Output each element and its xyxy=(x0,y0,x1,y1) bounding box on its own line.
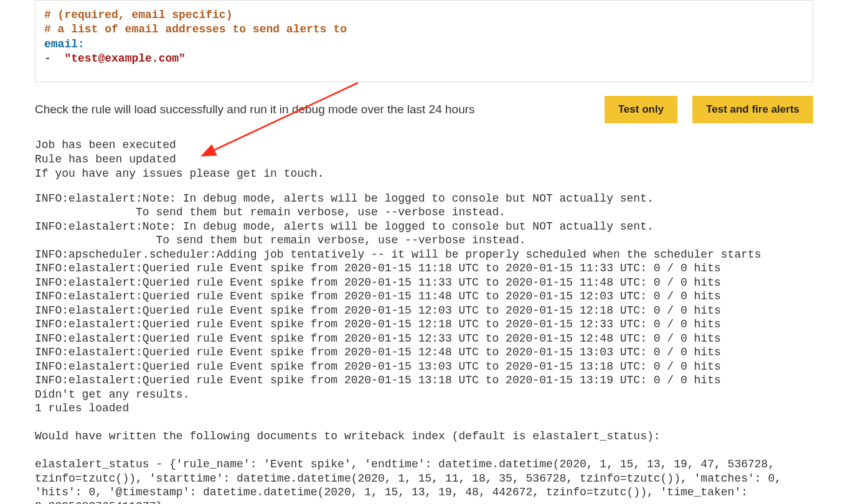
code-string: "test@example.com" xyxy=(64,52,185,65)
code-dash: - xyxy=(44,52,51,65)
test-only-button[interactable]: Test only xyxy=(605,96,677,123)
code-comment: # a list of email addresses to send aler… xyxy=(44,23,347,35)
config-code-block: # (required, email specific) # a list of… xyxy=(35,0,813,82)
status-block: Job has been executed Rule has been upda… xyxy=(35,138,813,182)
page-container: # (required, email specific) # a list of… xyxy=(0,0,848,504)
log-output: INFO:elastalert:Note: In debug mode, ale… xyxy=(35,192,813,504)
status-line: Job has been executed xyxy=(35,139,176,151)
code-key: email: xyxy=(44,38,85,50)
status-line: Rule has been updated xyxy=(35,153,176,166)
code-comment: # (required, email specific) xyxy=(44,9,232,21)
status-line: If you have any issues please get in tou… xyxy=(35,167,324,180)
instruction-text: Check the rule will load successfully an… xyxy=(35,103,590,116)
action-row: Check the rule will load successfully an… xyxy=(35,96,813,123)
test-and-fire-button[interactable]: Test and fire alerts xyxy=(692,96,813,123)
